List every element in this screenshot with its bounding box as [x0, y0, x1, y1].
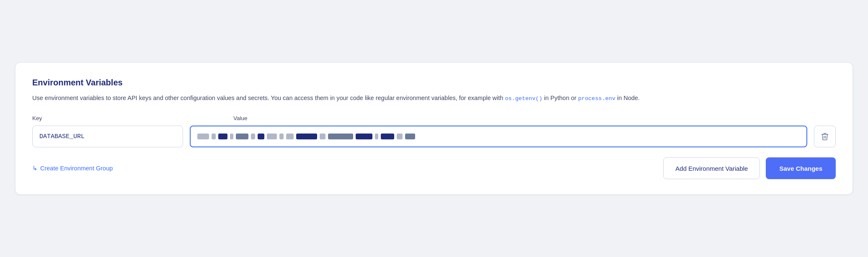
columns-header: Key Value — [32, 115, 836, 121]
mask-block — [405, 134, 415, 139]
arrow-right-icon: ↳ — [32, 164, 38, 172]
footer-actions: Add Environment Variable Save Changes — [663, 157, 836, 179]
masked-value-blocks — [197, 134, 415, 139]
value-column-header: Value — [233, 115, 836, 121]
save-changes-button[interactable]: Save Changes — [766, 157, 836, 179]
description-part1: Use environment variables to store API k… — [32, 95, 505, 101]
mask-block — [279, 134, 284, 139]
create-group-label: Create Environment Group — [40, 165, 113, 172]
value-input-masked[interactable] — [190, 126, 807, 147]
mask-block — [230, 134, 233, 139]
code-process-env: process.env — [578, 95, 615, 102]
key-column-header: Key — [32, 115, 225, 121]
description-text: Use environment variables to store API k… — [32, 93, 836, 103]
mask-block — [286, 134, 294, 139]
mask-block — [236, 134, 248, 139]
mask-block — [397, 134, 403, 139]
mask-block — [320, 134, 326, 139]
code-os-getenv: os.getenv() — [505, 95, 542, 102]
add-environment-variable-button[interactable]: Add Environment Variable — [663, 157, 760, 179]
mask-block — [251, 134, 255, 139]
mask-block — [212, 134, 216, 139]
trash-icon — [821, 132, 829, 141]
delete-env-button[interactable] — [814, 126, 836, 147]
mask-block — [328, 134, 353, 139]
mask-block — [267, 134, 277, 139]
key-input[interactable] — [32, 126, 183, 147]
mask-block — [296, 134, 317, 139]
mask-block — [375, 134, 378, 139]
mask-block — [381, 134, 394, 139]
create-environment-group-link[interactable]: ↳ Create Environment Group — [32, 164, 113, 172]
section-title: Environment Variables — [32, 78, 836, 87]
environment-variables-card: Environment Variables Use environment va… — [15, 62, 853, 195]
description-part3: in Node. — [615, 95, 640, 101]
mask-block — [197, 134, 209, 139]
mask-block — [356, 134, 372, 139]
mask-block — [218, 134, 227, 139]
description-part2: in Python or — [542, 95, 578, 101]
mask-block — [258, 134, 264, 139]
footer-row: ↳ Create Environment Group Add Environme… — [32, 157, 836, 179]
env-variable-row — [32, 126, 836, 147]
